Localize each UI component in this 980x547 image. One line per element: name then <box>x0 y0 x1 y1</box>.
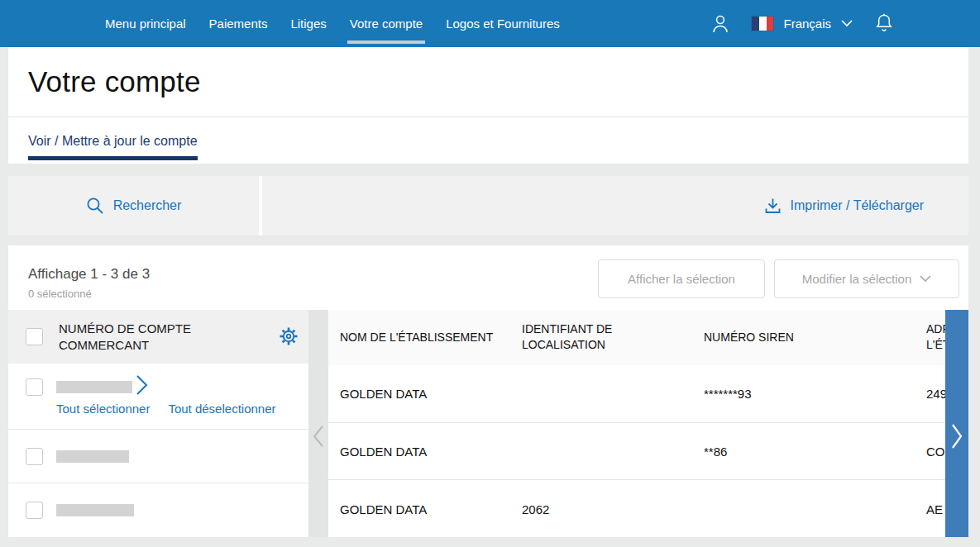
show-selection-button[interactable]: Afficher la sélection <box>598 259 765 298</box>
nav-item-label: Votre compte <box>350 17 423 31</box>
nav-item-label: Menu principal <box>105 17 186 31</box>
row-checkbox[interactable] <box>26 502 43 519</box>
toolbar-right-section: Imprimer / Télécharger <box>262 176 968 235</box>
toolbar: Rechercher Imprimer / Télécharger <box>8 176 968 235</box>
establishment-columns-panel: NOM DE L'ÉTABLISSEMENT IDENTIFIANT DE LO… <box>328 310 968 537</box>
selection-buttons: Afficher la sélection Modifier la sélect… <box>598 259 959 298</box>
redacted-account-number <box>56 450 129 463</box>
row-checkbox[interactable] <box>26 378 43 396</box>
establishment-name-cell: GOLDEN DATA <box>340 502 427 516</box>
chevron-down-icon <box>841 20 853 27</box>
tab-view-update-account[interactable]: Voir / Mettre à jour le compte <box>28 134 198 160</box>
table-row <box>8 483 308 537</box>
active-tab-underline <box>347 40 425 44</box>
tab-row: Voir / Mettre à jour le compte <box>8 117 968 164</box>
search-icon <box>86 197 104 215</box>
selected-count: 0 sélectionné <box>28 288 92 300</box>
print-download-label: Imprimer / Télécharger <box>790 198 924 213</box>
redacted-account-number <box>56 504 134 516</box>
redacted-account-number <box>56 381 132 393</box>
expand-row-chevron-icon[interactable] <box>135 373 150 400</box>
table-row: Tout sélectionner Tout déselectionner <box>8 364 308 430</box>
table-row: GOLDEN DATA 2062 AE <box>328 480 968 537</box>
download-icon <box>764 197 782 215</box>
nav-right-cluster: Français <box>710 0 894 47</box>
horizontal-scroll-gutter <box>308 310 328 537</box>
left-rows: Tout sélectionner Tout déselectionner <box>8 364 308 537</box>
print-download-button[interactable]: Imprimer / Télécharger <box>764 197 924 215</box>
modify-selection-label: Modifier la sélection <box>802 272 912 286</box>
column-header-establishment-name: NOM DE L'ÉTABLISSEMENT <box>340 330 509 345</box>
nav-item-label: Logos et Fournitures <box>446 17 560 31</box>
page-header-card: Votre compte Voir / Mettre à jour le com… <box>8 47 968 164</box>
select-all-checkbox[interactable] <box>26 328 43 345</box>
page-title: Votre compte <box>28 65 201 98</box>
location-id-cell: 2062 <box>522 502 549 516</box>
selection-links: Tout sélectionner Tout déselectionner <box>56 402 276 416</box>
screen: Menu principal Paiements Litiges Votre c… <box>0 0 980 547</box>
list-info-bar: Affichage 1 - 3 de 3 0 sélectionné Affic… <box>8 245 968 310</box>
table-row: GOLDEN DATA **86 CO <box>328 423 968 481</box>
nav-item-paiements[interactable]: Paiements <box>209 0 268 47</box>
user-profile-icon[interactable] <box>710 13 730 35</box>
search-label: Rechercher <box>113 198 182 213</box>
nav-item-label: Paiements <box>209 17 268 31</box>
accounts-table: NUMÉRO DE COMPTE COMMERCANT <box>8 310 968 537</box>
address-cell: CO <box>926 445 945 459</box>
chevron-down-icon <box>920 275 931 283</box>
row-checkbox[interactable] <box>26 448 43 465</box>
nav-item-logos-et-fournitures[interactable]: Logos et Fournitures <box>446 0 560 47</box>
search-button[interactable]: Rechercher <box>8 176 259 235</box>
nav-item-menu-principal[interactable]: Menu principal <box>105 0 186 47</box>
show-selection-label: Afficher la sélection <box>628 272 735 286</box>
establishment-name-cell: GOLDEN DATA <box>340 445 427 459</box>
scroll-left-chevron-icon[interactable] <box>312 424 325 452</box>
nav-item-votre-compte[interactable]: Votre compte <box>350 0 423 47</box>
merchant-account-header-label: NUMÉRO DE COMPTE COMMERCANT <box>59 321 208 354</box>
column-header-siren: NUMÉRO SIREN <box>704 330 869 345</box>
left-column-header: NUMÉRO DE COMPTE COMMERCANT <box>8 310 308 364</box>
siren-cell: **86 <box>704 445 727 459</box>
scroll-right-bar[interactable] <box>945 310 968 537</box>
table-column-headers: NOM DE L'ÉTABLISSEMENT IDENTIFIANT DE LO… <box>328 310 968 365</box>
table-row <box>8 430 308 483</box>
address-cell: AE <box>926 502 943 516</box>
language-selector[interactable]: Français <box>752 17 853 31</box>
address-cell: 249 <box>926 387 947 401</box>
nav-item-litiges[interactable]: Litiges <box>290 0 326 47</box>
french-flag-icon <box>752 17 773 31</box>
scroll-right-chevron-icon <box>951 422 963 450</box>
top-navigation-bar: Menu principal Paiements Litiges Votre c… <box>0 0 980 47</box>
accounts-list-card: Affichage 1 - 3 de 3 0 sélectionné Affic… <box>8 245 968 537</box>
column-header-location-id: IDENTIFIANT DE LOCALISATION <box>522 321 654 353</box>
nav-item-label: Litiges <box>290 17 326 31</box>
establishment-name-cell: GOLDEN DATA <box>340 387 427 401</box>
deselect-all-link[interactable]: Tout déselectionner <box>168 402 275 416</box>
language-label: Français <box>783 17 831 31</box>
table-row: GOLDEN DATA *******93 249 <box>328 365 968 423</box>
results-summary: Affichage 1 - 3 de 3 <box>28 266 150 283</box>
nav-menu: Menu principal Paiements Litiges Votre c… <box>105 0 560 47</box>
merchant-account-column: NUMÉRO DE COMPTE COMMERCANT <box>8 310 308 537</box>
notifications-bell-icon[interactable] <box>874 12 894 35</box>
select-all-link[interactable]: Tout sélectionner <box>56 402 150 416</box>
gear-icon[interactable] <box>279 326 299 346</box>
modify-selection-button[interactable]: Modifier la sélection <box>774 259 959 298</box>
siren-cell: *******93 <box>704 387 752 401</box>
